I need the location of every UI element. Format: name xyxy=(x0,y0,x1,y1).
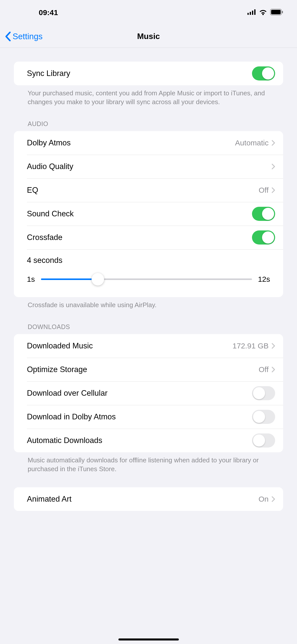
group-library: Sync Library xyxy=(14,62,283,85)
dolby-atmos-detail: Automatic xyxy=(235,139,269,147)
row-crossfade: Crossfade xyxy=(14,226,283,249)
eq-label: EQ xyxy=(27,186,259,195)
downloads-header: DOWNLOADS xyxy=(14,309,283,334)
row-optimize-storage[interactable]: Optimize Storage Off xyxy=(14,358,283,381)
audio-footer: Crossfade is unavailable while using Air… xyxy=(14,297,283,309)
svg-rect-2 xyxy=(252,11,253,15)
chevron-right-icon xyxy=(272,367,275,373)
svg-rect-0 xyxy=(247,13,249,15)
optimize-storage-label: Optimize Storage xyxy=(27,365,259,374)
crossfade-slider[interactable] xyxy=(41,270,252,288)
chevron-right-icon xyxy=(272,187,275,193)
group-audio: Dolby Atmos Automatic Audio Quality EQ O… xyxy=(14,131,283,297)
row-dolby-atmos[interactable]: Dolby Atmos Automatic xyxy=(14,131,283,155)
sync-library-label: Sync Library xyxy=(27,69,252,78)
wifi-icon xyxy=(259,9,267,16)
download-dolby-label: Download in Dolby Atmos xyxy=(27,412,252,421)
sound-check-toggle[interactable] xyxy=(252,207,275,221)
chevron-right-icon xyxy=(272,496,275,502)
row-downloaded-music[interactable]: Downloaded Music 172.91 GB xyxy=(14,334,283,358)
row-animated-art[interactable]: Animated Art On xyxy=(14,487,283,511)
svg-rect-1 xyxy=(250,12,251,15)
group-art: Animated Art On xyxy=(14,487,283,511)
audio-header: AUDIO xyxy=(14,106,283,131)
dolby-atmos-label: Dolby Atmos xyxy=(27,138,235,147)
chevron-right-icon xyxy=(272,343,275,349)
audio-quality-label: Audio Quality xyxy=(27,162,272,171)
status-icons xyxy=(247,9,283,16)
row-eq[interactable]: EQ Off xyxy=(14,178,283,202)
automatic-downloads-toggle[interactable] xyxy=(252,433,275,448)
svg-rect-6 xyxy=(282,11,283,13)
eq-detail: Off xyxy=(259,186,269,194)
animated-art-label: Animated Art xyxy=(27,495,259,504)
back-button[interactable]: Settings xyxy=(5,32,43,41)
battery-icon xyxy=(270,9,283,16)
page-title: Music xyxy=(0,32,297,41)
downloaded-music-detail: 172.91 GB xyxy=(233,342,269,350)
row-audio-quality[interactable]: Audio Quality xyxy=(14,155,283,178)
crossfade-min: 1s xyxy=(27,275,35,284)
chevron-right-icon xyxy=(272,140,275,146)
download-cellular-toggle[interactable] xyxy=(252,386,275,400)
status-bar: 09:41 xyxy=(0,0,297,25)
home-indicator xyxy=(118,638,179,640)
row-download-dolby: Download in Dolby Atmos xyxy=(14,405,283,429)
library-footer: Your purchased music, content you add fr… xyxy=(14,85,283,106)
row-download-cellular: Download over Cellular xyxy=(14,381,283,405)
download-dolby-toggle[interactable] xyxy=(252,410,275,424)
nav-bar: Settings Music xyxy=(0,25,297,48)
downloads-footer: Music automatically downloads for offlin… xyxy=(14,452,283,473)
svg-rect-5 xyxy=(271,10,281,14)
download-cellular-label: Download over Cellular xyxy=(27,389,252,398)
sound-check-label: Sound Check xyxy=(27,209,252,218)
row-sync-library: Sync Library xyxy=(14,62,283,85)
row-sound-check: Sound Check xyxy=(14,202,283,226)
cellular-icon xyxy=(247,9,256,16)
svg-rect-3 xyxy=(254,9,256,15)
crossfade-max: 12s xyxy=(258,275,270,284)
automatic-downloads-label: Automatic Downloads xyxy=(27,436,252,445)
row-automatic-downloads: Automatic Downloads xyxy=(14,429,283,452)
chevron-right-icon xyxy=(272,164,275,170)
crossfade-toggle[interactable] xyxy=(252,230,275,245)
row-crossfade-slider: 4 seconds 1s 12s xyxy=(14,249,283,297)
crossfade-label: Crossfade xyxy=(27,233,252,242)
status-time: 09:41 xyxy=(0,8,58,17)
animated-art-detail: On xyxy=(259,495,269,503)
chevron-left-icon xyxy=(5,32,11,41)
back-label: Settings xyxy=(13,32,43,41)
downloaded-music-label: Downloaded Music xyxy=(27,341,233,350)
crossfade-value: 4 seconds xyxy=(27,256,270,265)
optimize-storage-detail: Off xyxy=(259,365,269,374)
sync-library-toggle[interactable] xyxy=(252,66,275,80)
group-downloads: Downloaded Music 172.91 GB Optimize Stor… xyxy=(14,334,283,452)
